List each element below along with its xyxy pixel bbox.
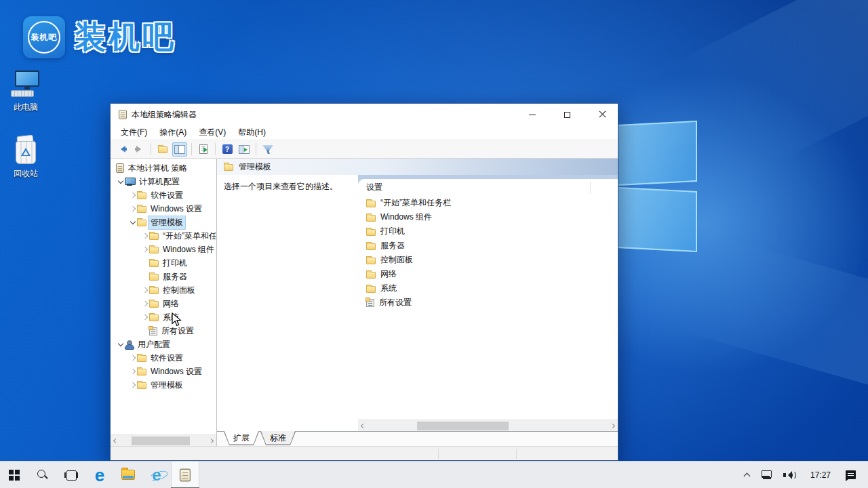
- tree-item[interactable]: 软件设置: [111, 351, 216, 365]
- menu-help[interactable]: 帮助(H): [232, 125, 272, 140]
- tree-item[interactable]: Windows 设置: [111, 365, 216, 378]
- menu-view[interactable]: 查看(V): [193, 125, 232, 140]
- action-center-button[interactable]: [840, 462, 861, 488]
- tree-item-label[interactable]: 控制面板: [161, 284, 197, 297]
- tree-item-label[interactable]: Windows 设置: [149, 203, 204, 216]
- tree-item-label[interactable]: Windows 组件: [161, 243, 216, 256]
- forward-button[interactable]: [132, 142, 146, 157]
- tree-item-label[interactable]: 软件设置: [149, 189, 185, 202]
- scrollbar-track[interactable]: [121, 435, 206, 446]
- tab-extended[interactable]: 扩展: [224, 432, 259, 445]
- scroll-right-icon[interactable]: [206, 435, 216, 446]
- tree-item[interactable]: 服务器: [111, 270, 216, 283]
- list-item-label[interactable]: 所有设置: [379, 297, 412, 308]
- scrollbar-track[interactable]: [368, 420, 608, 431]
- back-button[interactable]: [115, 142, 130, 157]
- tree-item[interactable]: 软件设置: [111, 188, 216, 202]
- list-item-label[interactable]: 打印机: [380, 226, 405, 237]
- chevron-right-icon[interactable]: [129, 381, 137, 389]
- help-button[interactable]: [220, 142, 235, 157]
- maximize-button[interactable]: [552, 104, 583, 125]
- ie-button[interactable]: e: [142, 462, 171, 488]
- file-explorer-button[interactable]: [114, 462, 142, 488]
- tree-item[interactable]: 计算机配置: [111, 175, 216, 188]
- export-list-button[interactable]: [196, 142, 211, 157]
- minimize-button[interactable]: [517, 104, 547, 125]
- tree-item-label[interactable]: 本地计算机 策略: [126, 162, 189, 175]
- filter-button[interactable]: [260, 142, 275, 157]
- chevron-right-icon[interactable]: [141, 313, 149, 321]
- list-item-label[interactable]: Windows 组件: [380, 211, 432, 223]
- tray-expand-button[interactable]: [738, 462, 756, 488]
- tree-item-label[interactable]: 软件设置: [149, 352, 185, 365]
- tree-item-label[interactable]: 用户配置: [136, 338, 172, 351]
- tree-item[interactable]: Windows 设置: [111, 202, 216, 216]
- start-button[interactable]: [0, 462, 28, 488]
- tree-item-label[interactable]: “开始”菜单和任务栏: [161, 230, 216, 243]
- chevron-right-icon[interactable]: [141, 286, 149, 294]
- scroll-left-icon[interactable]: [358, 420, 368, 431]
- desktop-icon-recycle-bin[interactable]: 回收站: [0, 136, 52, 180]
- desktop-icon-this-pc[interactable]: 此电脑: [0, 70, 52, 113]
- tree-item-label[interactable]: 所有设置: [159, 325, 196, 338]
- new-window-button[interactable]: [237, 142, 252, 157]
- list-horizontal-scrollbar[interactable]: [358, 420, 618, 431]
- edge-button[interactable]: e: [85, 462, 114, 488]
- tree-item[interactable]: 所有设置: [111, 324, 216, 338]
- show-console-tree-button[interactable]: [172, 142, 187, 157]
- chevron-down-icon[interactable]: [129, 218, 137, 226]
- chevron-right-icon[interactable]: [141, 232, 149, 240]
- tree-item[interactable]: 控制面板: [111, 283, 216, 297]
- chevron-right-icon[interactable]: [129, 205, 137, 213]
- tree-item-label[interactable]: 网络: [161, 298, 181, 310]
- chevron-down-icon[interactable]: [117, 340, 125, 348]
- search-button[interactable]: [28, 462, 57, 488]
- chevron-down-icon[interactable]: [117, 178, 125, 186]
- gpedit-taskbar-button[interactable]: [171, 462, 199, 488]
- scrollbar-thumb[interactable]: [132, 436, 190, 445]
- list-item-label[interactable]: “开始”菜单和任务栏: [380, 197, 451, 209]
- tree-item[interactable]: 网络: [111, 297, 216, 310]
- task-view-button[interactable]: [57, 462, 85, 488]
- chevron-right-icon[interactable]: [141, 300, 149, 308]
- list-item-label[interactable]: 网络: [380, 268, 397, 280]
- tree-item[interactable]: 管理模板: [111, 378, 216, 392]
- menu-file[interactable]: 文件(F): [115, 125, 153, 140]
- tree-item[interactable]: 用户配置: [111, 338, 216, 351]
- tree-item[interactable]: 本地计算机 策略: [111, 161, 216, 175]
- list-item-label[interactable]: 服务器: [380, 240, 405, 251]
- list-item[interactable]: 控制面板: [358, 253, 618, 267]
- list-item-label[interactable]: 控制面板: [380, 254, 413, 266]
- tree-item-label[interactable]: 打印机: [161, 257, 189, 270]
- tree-horizontal-scrollbar[interactable]: [111, 434, 216, 446]
- tree-item-label[interactable]: 服务器: [161, 270, 189, 283]
- tree-item[interactable]: 系统: [111, 310, 216, 324]
- chevron-right-icon[interactable]: [129, 367, 137, 375]
- tree-item-label[interactable]: 计算机配置: [137, 176, 182, 188]
- close-button[interactable]: [587, 104, 618, 125]
- scrollbar-thumb[interactable]: [417, 422, 509, 430]
- network-tray-button[interactable]: [756, 462, 778, 488]
- tree-item[interactable]: 打印机: [111, 256, 216, 270]
- tree-item-label[interactable]: 管理模板: [149, 379, 185, 392]
- tab-standard[interactable]: 标准: [260, 432, 296, 445]
- clock[interactable]: 17:27: [801, 462, 840, 488]
- menu-action[interactable]: 操作(A): [153, 125, 193, 140]
- list-item[interactable]: 系统: [358, 281, 618, 296]
- chevron-right-icon[interactable]: [129, 191, 137, 199]
- tree-item-label[interactable]: 管理模板: [149, 216, 185, 229]
- tree-item-label[interactable]: 系统: [161, 311, 181, 324]
- chevron-right-icon[interactable]: [129, 354, 137, 362]
- column-header-settings[interactable]: 设置: [358, 179, 618, 196]
- scroll-left-icon[interactable]: [111, 435, 121, 446]
- tree-item[interactable]: Windows 组件: [111, 243, 216, 256]
- tree-item-label[interactable]: Windows 设置: [149, 365, 204, 378]
- list-item[interactable]: 打印机: [358, 224, 618, 239]
- list-item[interactable]: 服务器: [358, 239, 618, 253]
- list-item[interactable]: 所有设置: [358, 296, 618, 310]
- chevron-right-icon[interactable]: [141, 245, 149, 253]
- tree-item[interactable]: 管理模板: [111, 216, 216, 229]
- list-item[interactable]: 网络: [358, 267, 618, 281]
- up-one-level-button[interactable]: [155, 142, 170, 157]
- list-item-label[interactable]: 系统: [380, 283, 397, 294]
